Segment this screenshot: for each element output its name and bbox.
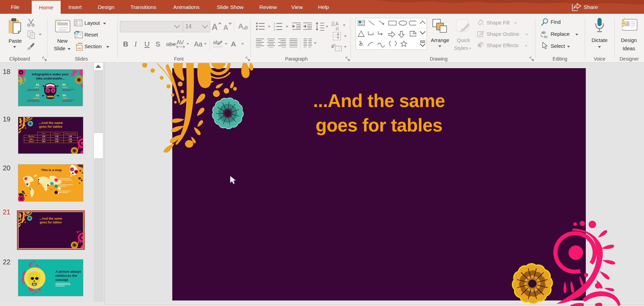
svg-text:Saturn: Saturn bbox=[62, 87, 68, 88]
svg-text:A picture always: A picture always bbox=[55, 270, 81, 273]
svg-text:Saturn: Saturn bbox=[29, 141, 34, 143]
svg-text:idea understable...: idea understable... bbox=[36, 76, 64, 80]
svg-text:04: 04 bbox=[62, 94, 66, 97]
svg-text:Infographics make your: Infographics make your bbox=[32, 72, 69, 76]
svg-text:Mars: Mars bbox=[30, 138, 33, 140]
svg-text:goes for tables: goes for tables bbox=[39, 125, 62, 128]
svg-text:0.38: 0.38 bbox=[69, 136, 72, 137]
svg-text:03: 03 bbox=[36, 94, 39, 97]
svg-text:0.53: 0.53 bbox=[55, 138, 59, 140]
svg-text:1: 1 bbox=[274, 22, 275, 25]
svg-text:ac: ac bbox=[544, 34, 548, 38]
svg-text:Surface gravity: Surface gravity bbox=[65, 133, 76, 135]
svg-text:1.16: 1.16 bbox=[69, 141, 72, 143]
svg-text:0.38: 0.38 bbox=[55, 136, 59, 137]
svg-text:02: 02 bbox=[62, 83, 66, 86]
svg-text:Mass: Mass bbox=[42, 133, 46, 135]
svg-text:...And the same: ...And the same bbox=[39, 217, 62, 220]
svg-text:01: 01 bbox=[36, 83, 39, 86]
svg-text:3: 3 bbox=[274, 28, 275, 31]
svg-text:This is a map: This is a map bbox=[41, 168, 62, 172]
svg-text:ab: ab bbox=[541, 31, 545, 34]
svg-text:Jupiter: Jupiter bbox=[62, 97, 68, 99]
svg-text:0.06: 0.06 bbox=[42, 136, 45, 137]
svg-text:Diameter: Diameter bbox=[53, 133, 60, 135]
svg-text:reinforces the: reinforces the bbox=[55, 274, 77, 277]
svg-text:goes for tables: goes for tables bbox=[40, 221, 62, 224]
svg-text:0.38: 0.38 bbox=[69, 138, 72, 140]
svg-text:Neptune: Neptune bbox=[33, 97, 39, 99]
svg-text:Mercury: Mercury bbox=[28, 136, 34, 137]
svg-text:0.11: 0.11 bbox=[42, 138, 45, 140]
svg-text:concept: concept bbox=[55, 278, 68, 282]
svg-text:95.2: 95.2 bbox=[42, 141, 45, 143]
svg-text:9.40: 9.40 bbox=[55, 141, 59, 143]
svg-text:2: 2 bbox=[274, 25, 275, 28]
svg-text:...And the same: ...And the same bbox=[39, 121, 63, 125]
svg-text:Venus: Venus bbox=[34, 87, 39, 88]
svg-text:A: A bbox=[335, 21, 339, 27]
